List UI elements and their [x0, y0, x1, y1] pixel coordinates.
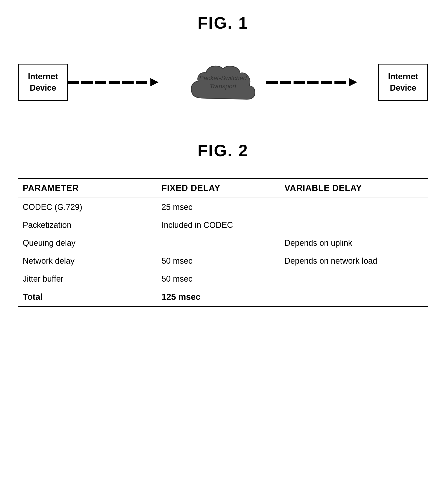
table-row: CODEC (G.729) 25 msec: [18, 198, 428, 216]
dash-4: [109, 81, 120, 84]
dash-3: [95, 81, 106, 84]
right-device-line1: Internet: [388, 72, 418, 81]
row4-variable: Depends on network load: [284, 252, 428, 270]
right-dashes: [266, 78, 378, 86]
col-header-variable-delay: VARIABLE DELAY: [284, 179, 428, 198]
table-row-total: Total 125 msec: [18, 288, 428, 306]
dash-6: [136, 81, 147, 84]
dash-r3: [294, 81, 305, 84]
col-header-parameter: PARAMETER: [18, 179, 162, 198]
table-row: Jitter buffer 50 msec: [18, 270, 428, 288]
left-device-box: Internet Device: [18, 64, 68, 101]
cloud-text: Packet-Switched Transport: [199, 74, 247, 91]
table-row: Network delay 50 msec Depends on network…: [18, 252, 428, 270]
fig2-title: FIG. 2: [18, 141, 428, 160]
row3-parameter: Queuing delay: [18, 234, 162, 252]
dash-1: [68, 81, 79, 84]
row3-fixed: [162, 234, 284, 252]
dash-r4: [307, 81, 318, 84]
row4-fixed: 50 msec: [162, 252, 284, 270]
table-row: Queuing delay Depends on uplink: [18, 234, 428, 252]
left-dashes: [68, 78, 180, 86]
page-container: FIG. 1 Internet Device: [0, 0, 446, 504]
row6-variable: [284, 288, 428, 306]
right-device-box: Internet Device: [378, 64, 428, 101]
row2-parameter: Packetization: [18, 216, 162, 234]
cloud-shape: Packet-Switched Transport: [185, 55, 262, 109]
dash-r5: [321, 81, 332, 84]
row1-parameter: CODEC (G.729): [18, 198, 162, 216]
right-arrow-head: [349, 78, 357, 86]
row5-parameter: Jitter buffer: [18, 270, 162, 288]
row4-parameter: Network delay: [18, 252, 162, 270]
row5-fixed: 50 msec: [162, 270, 284, 288]
col-header-fixed-delay: FIXED DELAY: [162, 179, 284, 198]
row2-fixed: Included in CODEC: [162, 216, 284, 234]
row6-parameter: Total: [18, 288, 162, 306]
fig2-table: PARAMETER FIXED DELAY VARIABLE DELAY COD…: [18, 178, 428, 307]
row6-fixed: 125 msec: [162, 288, 284, 306]
fig1-title: FIG. 1: [18, 14, 428, 32]
left-device-line1: Internet: [28, 72, 58, 81]
right-device-line2: Device: [390, 83, 416, 92]
fig1-diagram: Internet Device Packet-Switche: [18, 50, 428, 114]
cloud-line1: Packet-Switched: [199, 74, 247, 82]
table-header-row: PARAMETER FIXED DELAY VARIABLE DELAY: [18, 179, 428, 198]
left-dashed-line: [68, 78, 180, 86]
table-row: Packetization Included in CODEC: [18, 216, 428, 234]
row1-fixed: 25 msec: [162, 198, 284, 216]
fig2-section: FIG. 2 PARAMETER FIXED DELAY VARIABLE DE…: [18, 141, 428, 307]
dash-5: [122, 81, 134, 84]
dash-2: [81, 81, 93, 84]
row2-variable: [284, 216, 428, 234]
row3-variable: Depends on uplink: [284, 234, 428, 252]
dash-r6: [334, 81, 346, 84]
left-arrow-head: [150, 78, 159, 86]
row5-variable: [284, 270, 428, 288]
row1-variable: [284, 198, 428, 216]
dash-r2: [280, 81, 291, 84]
cloud-container: Packet-Switched Transport: [180, 50, 266, 114]
cloud-line2: Transport: [210, 83, 237, 90]
left-device-line2: Device: [30, 83, 56, 92]
right-dashed-line: [266, 78, 378, 86]
dash-r1: [266, 81, 278, 84]
